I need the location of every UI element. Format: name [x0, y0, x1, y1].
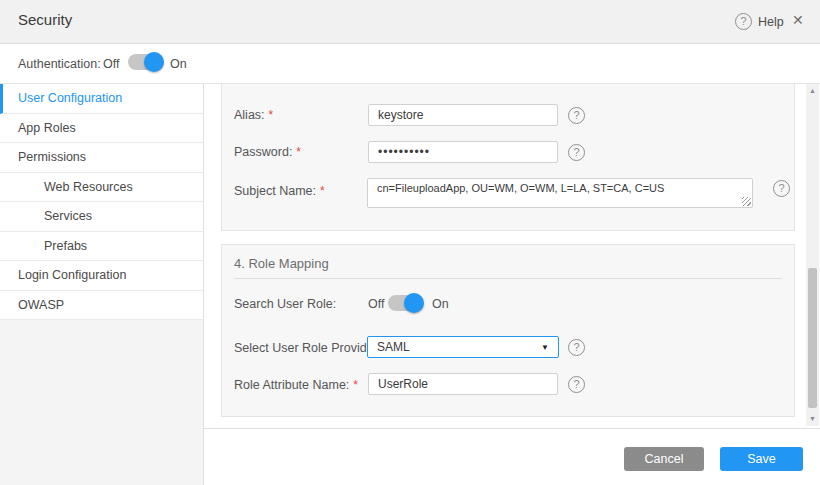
role-mapping-section: 4. Role Mapping Search User Role: Off On…	[221, 244, 795, 417]
security-dialog: Security ? Help ✕ Authentication: Off On…	[0, 0, 820, 485]
selected-provider-value: SAML	[377, 340, 410, 354]
role-mapping-title: 4. Role Mapping	[234, 256, 329, 271]
help-icon[interactable]: ?	[568, 376, 585, 393]
scrollbar[interactable]: ▲ ▼	[806, 84, 819, 426]
role-attribute-name-label: Role Attribute Name:*	[234, 378, 358, 392]
authentication-on-label: On	[170, 57, 187, 71]
help-icon[interactable]: ?	[568, 107, 585, 124]
search-role-on-label: On	[432, 297, 449, 311]
authentication-label: Authentication:	[18, 57, 101, 71]
help-icon[interactable]: ?	[773, 180, 790, 197]
subject-name-field: cn=FileuploadApp, OU=WM, O=WM, L=LA, ST=…	[367, 178, 753, 208]
help-button[interactable]: Help	[758, 15, 784, 29]
help-icon[interactable]: ?	[568, 339, 585, 356]
help-icon[interactable]: ?	[568, 144, 585, 161]
scrollbar-down-arrow[interactable]: ▼	[806, 412, 819, 426]
authentication-bar	[0, 44, 820, 84]
sidebar-item-user-configuration[interactable]: User Configuration	[0, 84, 203, 114]
required-asterisk: *	[320, 184, 325, 198]
page-title: Security	[18, 11, 72, 28]
required-asterisk: *	[296, 145, 301, 159]
sidebar-item-services[interactable]: Services	[0, 202, 203, 232]
save-button[interactable]: Save	[720, 447, 803, 471]
footer-divider	[204, 428, 820, 429]
dropdown-arrow-icon: ▼	[541, 343, 549, 352]
certificate-section: Alias:* ? Password:* ? Subject Name:* cn…	[221, 84, 795, 231]
scrollbar-thumb[interactable]	[808, 268, 817, 408]
scrollbar-up-arrow[interactable]: ▲	[806, 84, 819, 98]
sidebar-item-web-resources[interactable]: Web Resources	[0, 173, 203, 203]
search-user-role-toggle[interactable]	[388, 295, 422, 311]
role-attribute-name-input[interactable]	[368, 373, 558, 395]
search-user-role-label: Search User Role:	[234, 297, 336, 311]
sidebar-item-app-roles[interactable]: App Roles	[0, 114, 203, 144]
dialog-header	[0, 0, 820, 44]
user-role-provider-select[interactable]: SAML ▼	[367, 336, 559, 358]
required-asterisk: *	[353, 378, 358, 392]
section-divider	[234, 278, 782, 279]
sidebar-item-prefabs[interactable]: Prefabs	[0, 232, 203, 262]
user-role-provider-label: Select User Role Provider:	[234, 341, 381, 355]
help-icon[interactable]: ?	[735, 13, 752, 30]
resize-handle-icon[interactable]	[742, 197, 751, 206]
close-icon[interactable]: ✕	[792, 12, 804, 28]
alias-input[interactable]	[368, 104, 558, 126]
password-label: Password:*	[234, 145, 301, 159]
toggle-knob	[404, 293, 424, 313]
cancel-button[interactable]: Cancel	[624, 447, 704, 471]
required-asterisk: *	[269, 108, 274, 122]
sidebar-item-permissions[interactable]: Permissions	[0, 143, 203, 173]
authentication-toggle[interactable]	[128, 54, 162, 70]
sidebar-item-owasp[interactable]: OWASP	[0, 291, 203, 321]
subject-name-label: Subject Name:*	[234, 184, 325, 198]
alias-label: Alias:*	[234, 108, 273, 122]
sidebar-item-login-configuration[interactable]: Login Configuration	[0, 261, 203, 291]
password-input[interactable]	[368, 141, 558, 163]
toggle-knob	[144, 52, 164, 72]
sidebar: User Configuration App Roles Permissions…	[0, 84, 204, 485]
search-role-off-label: Off	[368, 297, 384, 311]
subject-name-textarea[interactable]: cn=FileuploadApp, OU=WM, O=WM, L=LA, ST=…	[368, 179, 752, 207]
authentication-off-label: Off	[103, 57, 119, 71]
